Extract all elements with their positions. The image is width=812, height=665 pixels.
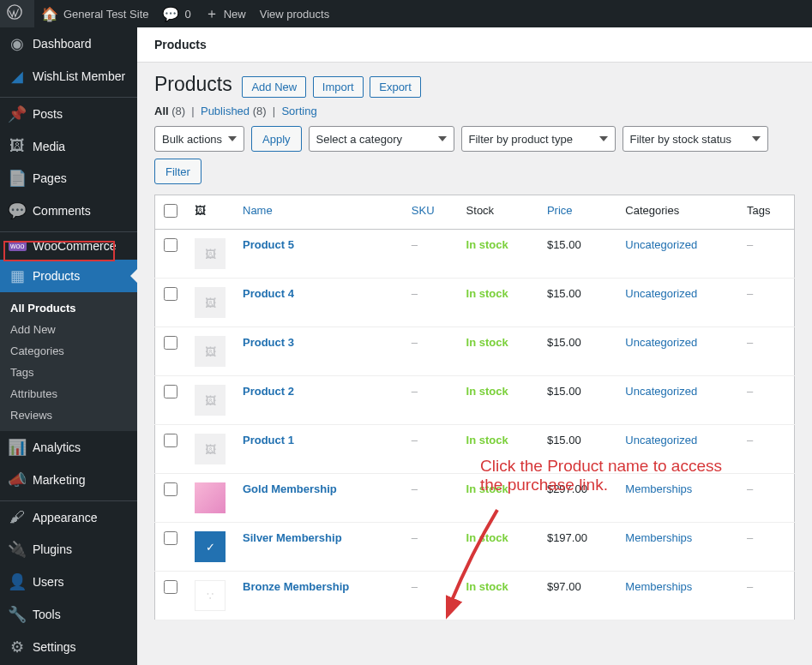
row-checkbox[interactable] (164, 385, 177, 398)
product-name-link[interactable]: Bronze Membership (243, 580, 349, 593)
view-products-link[interactable]: View products (253, 0, 336, 27)
category-link[interactable]: Memberships (625, 531, 692, 544)
filter-button[interactable]: Filter (154, 159, 201, 184)
product-thumbnail[interactable]: 🖼 (195, 336, 226, 367)
stock-status-filter[interactable]: Filter by stock status (623, 126, 768, 152)
bulk-actions-select[interactable]: Bulk actions (154, 126, 244, 152)
menu-comments[interactable]: 💬Comments (0, 195, 137, 227)
category-link[interactable]: Uncategorized (625, 385, 697, 398)
analytics-icon: 📊 (9, 438, 26, 457)
export-button[interactable]: Export (370, 76, 421, 98)
sku-cell: – (403, 572, 458, 620)
row-checkbox[interactable] (164, 580, 177, 594)
sku-cell: – (403, 376, 458, 425)
menu-tools[interactable]: 🔧Tools (0, 598, 137, 631)
category-filter[interactable]: Select a category (309, 126, 454, 152)
add-new-button[interactable]: Add New (242, 76, 306, 98)
menu-wishlist[interactable]: ◢WishList Member (0, 60, 137, 93)
column-name[interactable]: Name (243, 204, 273, 217)
row-checkbox[interactable] (164, 238, 177, 252)
product-thumbnail[interactable]: ✓ (195, 531, 226, 562)
product-thumbnail[interactable] (195, 482, 226, 513)
menu-appearance[interactable]: 🖌Appearance (0, 501, 137, 533)
submenu-reviews[interactable]: Reviews (0, 404, 137, 426)
category-link[interactable]: Uncategorized (625, 336, 697, 349)
column-price[interactable]: Price (547, 204, 573, 217)
stock-status: In stock (466, 482, 508, 495)
row-checkbox[interactable] (164, 434, 177, 447)
comments-icon: 💬 (9, 201, 26, 220)
menu-users[interactable]: 👤Users (0, 566, 137, 598)
product-thumbnail[interactable]: 🖼 (195, 238, 226, 269)
table-row: Gold Membership–In stock$297.00Membershi… (155, 474, 795, 523)
menu-woocommerce[interactable]: wooWooCommerce (0, 232, 137, 260)
product-name-link[interactable]: Product 5 (243, 238, 294, 251)
menu-media[interactable]: 🖼Media (0, 130, 137, 162)
pin-icon: 📌 (9, 105, 26, 123)
main-content: Products Products Add New Import Export … (137, 27, 812, 631)
product-thumbnail[interactable]: 🖼 (195, 287, 226, 318)
menu-pages[interactable]: 📄Pages (0, 162, 137, 195)
menu-posts[interactable]: 📌Posts (0, 98, 137, 130)
product-name-link[interactable]: Product 3 (243, 336, 294, 349)
product-thumbnail[interactable]: 🖼 (195, 385, 226, 416)
filter-bar: Bulk actions Apply Select a category Fil… (154, 126, 795, 184)
megaphone-icon: 📣 (9, 470, 26, 489)
view-published-link[interactable]: Published (8) (201, 105, 267, 117)
product-name-link[interactable]: Product 2 (243, 385, 294, 398)
stock-status: In stock (466, 238, 508, 251)
row-checkbox[interactable] (164, 287, 177, 301)
view-all-count: (8) (171, 105, 185, 117)
sku-cell: – (403, 474, 458, 523)
category-link[interactable]: Memberships (625, 482, 692, 495)
category-link[interactable]: Memberships (625, 580, 692, 593)
column-tags: Tags (738, 195, 795, 230)
submenu-tags[interactable]: Tags (0, 362, 137, 383)
product-thumbnail[interactable]: 🖼 (195, 434, 226, 464)
table-row: 🖼Product 5–In stock$15.00Uncategorized– (155, 230, 795, 279)
menu-settings[interactable]: ⚙Settings (0, 631, 137, 663)
submenu-categories[interactable]: Categories (0, 340, 137, 362)
category-link[interactable]: Uncategorized (625, 287, 697, 300)
menu-dashboard[interactable]: ◉Dashboard (0, 27, 137, 60)
stock-status: In stock (466, 434, 508, 446)
menu-analytics[interactable]: 📊Analytics (0, 431, 137, 464)
submenu-add-new[interactable]: Add New (0, 319, 137, 340)
row-checkbox[interactable] (164, 482, 177, 496)
select-all-checkbox[interactable] (164, 204, 177, 218)
import-button[interactable]: Import (313, 76, 364, 98)
tags-cell: – (738, 327, 795, 376)
site-name-link[interactable]: 🏠General Test Site (34, 0, 155, 27)
product-name-link[interactable]: Product 1 (243, 434, 294, 446)
tags-cell: – (738, 425, 795, 474)
row-checkbox[interactable] (164, 531, 177, 545)
column-image: 🖼 (186, 195, 234, 230)
comments-link[interactable]: 💬0 (155, 0, 197, 27)
product-name-link[interactable]: Gold Membership (243, 482, 337, 495)
apply-button[interactable]: Apply (251, 126, 302, 152)
column-sku[interactable]: SKU (412, 204, 435, 217)
products-icon: ▦ (9, 267, 26, 285)
product-name-link[interactable]: Silver Membership (243, 531, 342, 544)
category-link[interactable]: Uncategorized (625, 434, 697, 446)
settings-icon: ⚙ (9, 638, 26, 656)
submenu-all-products[interactable]: All Products (0, 297, 137, 319)
menu-marketing[interactable]: 📣Marketing (0, 464, 137, 496)
new-content-link[interactable]: ＋New (198, 0, 253, 27)
brush-icon: 🖌 (9, 508, 26, 526)
submenu-attributes[interactable]: Attributes (0, 383, 137, 404)
price-cell: $15.00 (538, 230, 617, 279)
product-name-link[interactable]: Product 4 (243, 287, 294, 300)
comment-count: 0 (184, 8, 190, 21)
category-link[interactable]: Uncategorized (625, 238, 697, 251)
menu-plugins[interactable]: 🔌Plugins (0, 533, 137, 566)
row-checkbox[interactable] (164, 336, 177, 350)
product-thumbnail[interactable]: ∵ (195, 580, 226, 611)
stock-status: In stock (466, 336, 508, 349)
woo-icon: woo (9, 241, 27, 251)
wp-logo[interactable] (0, 0, 34, 27)
menu-products[interactable]: ▦Products (0, 260, 137, 292)
column-categories: Categories (617, 195, 738, 230)
product-type-filter[interactable]: Filter by product type (461, 126, 616, 152)
view-sorting-link[interactable]: Sorting (281, 105, 316, 117)
